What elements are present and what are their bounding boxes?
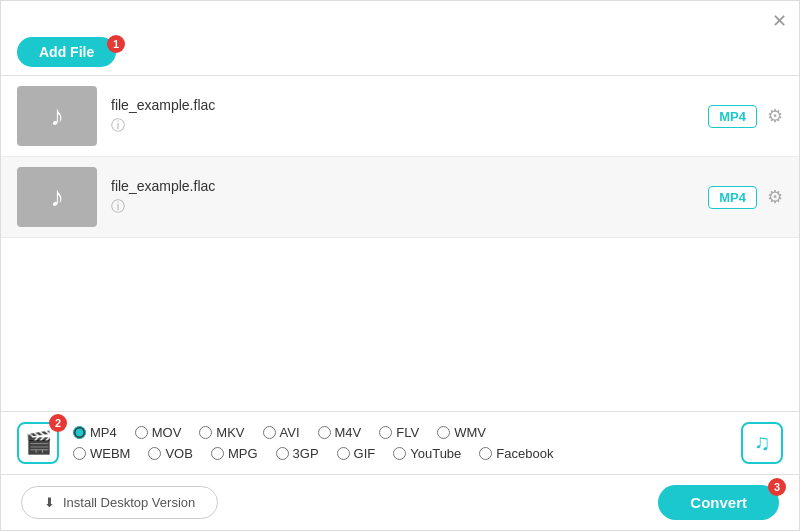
toolbar: Add File 1	[1, 33, 799, 76]
file-name: file_example.flac	[111, 97, 694, 113]
convert-button[interactable]: Convert	[658, 485, 779, 520]
format-option-3gp[interactable]: 3GP	[276, 446, 319, 461]
format-bar: 🎬 2 MP4 MOV MKV AVI M4V FLV	[1, 411, 799, 474]
download-icon: ⬇	[44, 495, 55, 510]
format-option-youtube[interactable]: YouTube	[393, 446, 461, 461]
format-option-mpg[interactable]: MPG	[211, 446, 258, 461]
file-item: ♪ file_example.flac ⓘ MP4 ⚙	[1, 157, 799, 238]
format-option-facebook[interactable]: Facebook	[479, 446, 553, 461]
format-icon-area: 🎬 2	[17, 422, 59, 464]
file-list: ♪ file_example.flac ⓘ MP4 ⚙ ♪ file_examp…	[1, 76, 799, 246]
format-option-avi[interactable]: AVI	[263, 425, 300, 440]
file-info: file_example.flac ⓘ	[111, 97, 694, 135]
add-file-button[interactable]: Add File	[17, 37, 116, 67]
format-option-gif[interactable]: GIF	[337, 446, 376, 461]
settings-icon[interactable]: ⚙	[767, 105, 783, 127]
info-icon[interactable]: ⓘ	[111, 198, 694, 216]
format-option-webm[interactable]: WEBM	[73, 446, 130, 461]
music-thumb-icon: ♪	[50, 181, 64, 213]
info-icon[interactable]: ⓘ	[111, 117, 694, 135]
file-actions: MP4 ⚙	[708, 186, 783, 209]
file-thumbnail: ♪	[17, 167, 97, 227]
format-option-wmv[interactable]: WMV	[437, 425, 486, 440]
settings-icon[interactable]: ⚙	[767, 186, 783, 208]
format-badge[interactable]: MP4	[708, 105, 757, 128]
file-actions: MP4 ⚙	[708, 105, 783, 128]
format-badge[interactable]: MP4	[708, 186, 757, 209]
format-option-m4v[interactable]: M4V	[318, 425, 362, 440]
audio-icon[interactable]: ♫	[741, 422, 783, 464]
action-bar: ⬇ Install Desktop Version Convert 3	[1, 474, 799, 530]
file-name: file_example.flac	[111, 178, 694, 194]
convert-badge: 3	[768, 478, 786, 496]
format-option-mp4[interactable]: MP4	[73, 425, 117, 440]
file-count-badge: 1	[107, 35, 125, 53]
format-option-vob[interactable]: VOB	[148, 446, 192, 461]
music-thumb-icon: ♪	[50, 100, 64, 132]
file-item: ♪ file_example.flac ⓘ MP4 ⚙	[1, 76, 799, 157]
close-button[interactable]: ✕	[772, 9, 787, 33]
install-button[interactable]: ⬇ Install Desktop Version	[21, 486, 218, 519]
format-options: MP4 MOV MKV AVI M4V FLV WMV W	[73, 425, 731, 461]
title-bar: ✕	[1, 1, 799, 33]
format-option-flv[interactable]: FLV	[379, 425, 419, 440]
file-thumbnail: ♪	[17, 86, 97, 146]
format-badge-2: 2	[49, 414, 67, 432]
format-option-mov[interactable]: MOV	[135, 425, 182, 440]
install-label: Install Desktop Version	[63, 495, 195, 510]
format-option-mkv[interactable]: MKV	[199, 425, 244, 440]
file-info: file_example.flac ⓘ	[111, 178, 694, 216]
format-row-1: MP4 MOV MKV AVI M4V FLV WMV	[73, 425, 731, 440]
empty-area	[1, 246, 799, 375]
format-row-2: WEBM VOB MPG 3GP GIF YouTube Facebook	[73, 446, 731, 461]
